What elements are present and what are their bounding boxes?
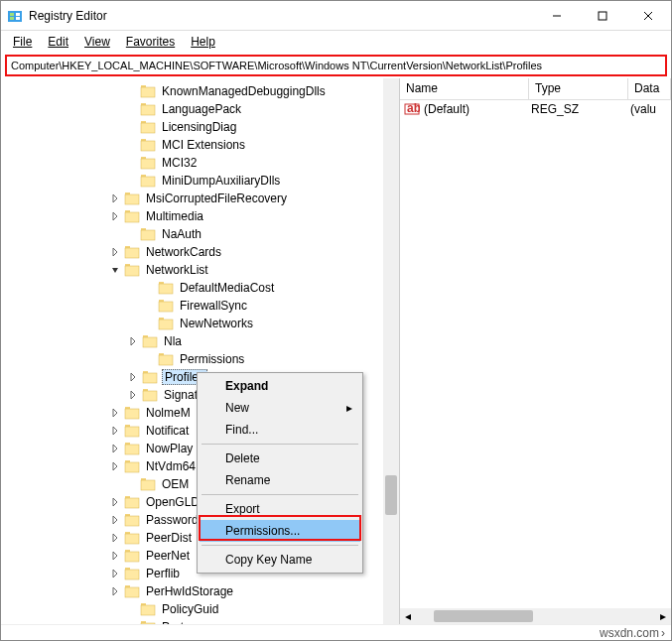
svg-rect-50 (125, 445, 139, 454)
folder-icon (124, 567, 140, 580)
menu-help[interactable]: Help (183, 33, 223, 51)
ctx-rename[interactable]: Rename (200, 469, 360, 491)
value-name: (Default) (424, 102, 531, 116)
svg-rect-28 (125, 248, 139, 258)
expand-icon[interactable] (124, 102, 138, 116)
expand-icon[interactable] (124, 602, 138, 616)
tree-item-label: NtVdm64 (144, 459, 198, 473)
separator (202, 494, 358, 495)
tree-item[interactable]: MCI Extensions (1, 136, 399, 154)
expand-icon[interactable] (126, 370, 140, 384)
menu-favorites[interactable]: Favorites (118, 33, 183, 51)
expand-icon[interactable] (108, 192, 122, 205)
expand-icon[interactable] (124, 174, 138, 188)
tree-item[interactable]: NewNetworks (1, 315, 399, 332)
expand-icon[interactable] (108, 442, 122, 455)
expand-icon[interactable] (108, 495, 122, 509)
tree-item-label: Permissions (178, 352, 246, 366)
expand-icon[interactable] (142, 352, 156, 366)
tree-item[interactable]: PerHwIdStorage (1, 582, 399, 600)
ctx-new[interactable]: New▸ (200, 397, 360, 419)
tree-item[interactable]: LicensingDiag (1, 118, 399, 136)
values-header: Name Type Data (400, 78, 671, 100)
tree-item[interactable]: MCI32 (1, 154, 399, 172)
tree-item-label: DefaultMediaCost (178, 281, 276, 295)
expand-icon[interactable] (108, 584, 122, 598)
tree-item[interactable]: DefaultMediaCost (1, 279, 399, 297)
expand-icon[interactable] (142, 299, 156, 313)
tree-item-label: Nla (162, 334, 184, 348)
folder-icon (158, 299, 174, 313)
tree-item[interactable]: Nla (1, 332, 399, 350)
expand-icon[interactable] (124, 84, 138, 98)
tree-item[interactable]: NaAuth (1, 225, 399, 243)
ctx-copy-key-name[interactable]: Copy Key Name (200, 549, 360, 571)
tree-item[interactable]: MiniDumpAuxiliaryDlls (1, 172, 399, 190)
submenu-arrow-icon: ▸ (346, 401, 352, 415)
tree-item[interactable]: LanguagePack (1, 100, 399, 118)
value-row[interactable]: ab (Default) REG_SZ (valu (400, 100, 671, 118)
expand-icon[interactable] (142, 281, 156, 295)
tree-item[interactable]: NetworkList (1, 261, 399, 279)
expand-icon[interactable] (108, 513, 122, 527)
ctx-find[interactable]: Find... (200, 419, 360, 441)
expand-icon[interactable] (126, 334, 140, 348)
menu-view[interactable]: View (76, 33, 118, 51)
expand-icon[interactable] (124, 138, 138, 152)
expand-icon[interactable] (108, 406, 122, 420)
folder-icon (140, 156, 156, 170)
maximize-button[interactable] (580, 1, 625, 31)
tree-item-label: OEM (160, 477, 191, 491)
tree-item[interactable]: NetworkCards (1, 243, 399, 261)
values-scrollbar[interactable]: ◂ ▸ (400, 608, 671, 624)
svg-rect-44 (143, 391, 157, 401)
tree-item-label: LanguagePack (160, 102, 243, 116)
menu-edit[interactable]: Edit (40, 33, 76, 51)
expand-icon[interactable] (108, 263, 122, 277)
scrollbar-thumb[interactable] (385, 475, 397, 515)
expand-icon[interactable] (124, 477, 138, 491)
expand-icon[interactable] (108, 567, 122, 580)
svg-text:ab: ab (407, 101, 420, 115)
scroll-right-icon[interactable]: ▸ (655, 609, 671, 623)
tree-item[interactable]: KnownManagedDebuggingDlls (1, 82, 399, 100)
expand-icon[interactable] (124, 227, 138, 241)
ctx-expand[interactable]: Expand (200, 375, 360, 397)
ctx-delete[interactable]: Delete (200, 448, 360, 469)
expand-icon[interactable] (126, 388, 140, 402)
tree-item[interactable]: Permissions (1, 350, 399, 368)
ctx-export[interactable]: Export (200, 498, 360, 520)
tree-item[interactable]: Multimedia (1, 207, 399, 225)
tree-item[interactable]: PolicyGuid (1, 600, 399, 618)
tree-item[interactable]: MsiCorruptedFileRecovery (1, 190, 399, 207)
tree-item[interactable]: FirewallSync (1, 297, 399, 315)
svg-rect-60 (125, 534, 139, 544)
minimize-button[interactable] (534, 1, 580, 31)
expand-icon[interactable] (108, 209, 122, 223)
address-bar[interactable]: Computer\HKEY_LOCAL_MACHINE\SOFTWARE\Mic… (5, 55, 667, 76)
values-pane: Name Type Data ab (Default) REG_SZ (valu… (400, 78, 671, 624)
tree-scrollbar[interactable] (383, 78, 399, 624)
tree-item-label: Perflib (144, 567, 182, 580)
window-buttons (534, 1, 671, 31)
expand-icon[interactable] (108, 459, 122, 473)
expand-icon[interactable] (108, 245, 122, 259)
menu-file[interactable]: File (5, 33, 40, 51)
expand-icon[interactable] (108, 531, 122, 545)
folder-icon (124, 513, 140, 527)
svg-rect-1 (10, 13, 14, 16)
expand-icon[interactable] (108, 424, 122, 438)
svg-rect-68 (141, 605, 155, 615)
col-name[interactable]: Name (400, 78, 529, 99)
scroll-left-icon[interactable]: ◂ (400, 609, 416, 623)
col-type[interactable]: Type (529, 78, 628, 99)
expand-icon[interactable] (108, 549, 122, 563)
col-data[interactable]: Data (628, 78, 671, 99)
scrollbar-thumb[interactable] (434, 610, 533, 622)
expand-icon[interactable] (142, 317, 156, 330)
expand-icon[interactable] (124, 156, 138, 170)
ctx-permissions[interactable]: Permissions... (200, 520, 360, 542)
svg-rect-30 (125, 266, 139, 276)
close-button[interactable] (625, 1, 671, 31)
expand-icon[interactable] (124, 120, 138, 134)
